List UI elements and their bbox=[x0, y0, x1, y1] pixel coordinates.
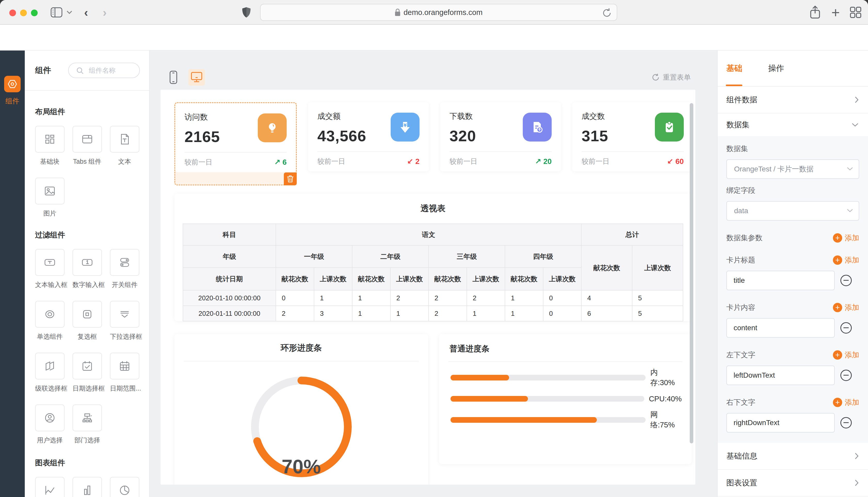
share-icon[interactable] bbox=[810, 0, 821, 25]
stat-card-deals[interactable]: 成交数 315 较前一日 ↙ 60 bbox=[572, 102, 693, 171]
component-item-date-picker[interactable]: 日期选择框 bbox=[72, 353, 102, 393]
mobile-icon bbox=[169, 71, 177, 84]
user-select-icon bbox=[44, 412, 56, 424]
address-bar[interactable]: demo.orangeforms.com bbox=[260, 4, 617, 21]
component-item-text[interactable]: 文本 bbox=[110, 126, 139, 166]
add-param-button[interactable]: + 添加 bbox=[833, 233, 859, 243]
bind-field-select[interactable]: data bbox=[726, 201, 859, 221]
tab-actions[interactable]: 操作 bbox=[768, 51, 784, 86]
component-item-text-input[interactable]: 文本输入框 bbox=[35, 249, 65, 289]
component-item-line-chart[interactable] bbox=[35, 477, 65, 497]
stat-card-deal-amount[interactable]: 成交额 ¥ 43,566 较前一日 ↙ 2 bbox=[308, 102, 429, 171]
sidebar-chevron-icon[interactable] bbox=[67, 0, 72, 25]
component-item-pie-chart[interactable] bbox=[110, 477, 139, 497]
pivot-table-widget[interactable]: 透视表 科目 语文 总计 年级 一年级 二年级 bbox=[175, 194, 691, 321]
bar-progress-widget[interactable]: 普通进度条 内存:30% CPU:40% 网络:75% bbox=[439, 334, 691, 464]
url-text: demo.orangeforms.com bbox=[403, 8, 483, 17]
yen-down-icon: ¥ bbox=[391, 113, 419, 142]
components-panel-title: 组件 bbox=[35, 65, 51, 76]
window-controls[interactable] bbox=[9, 10, 38, 16]
reload-icon[interactable] bbox=[602, 8, 611, 18]
trend-down-badge: ↙ 2 bbox=[407, 157, 419, 166]
delete-widget-button[interactable] bbox=[284, 172, 297, 185]
zoom-window-button[interactable] bbox=[31, 10, 38, 16]
dataset-settings-section: 数据集 OrangeTest / 卡片一数据 绑定字段 data 数据集参数 +… bbox=[718, 136, 868, 443]
pie-chart-icon bbox=[119, 484, 130, 496]
desktop-preview-button[interactable] bbox=[188, 69, 205, 86]
progress-row-network: 网络:75% bbox=[451, 409, 682, 430]
table-row: 2020-01-11 00:00:00 2 3 1 1 2 1 1 0 6 5 bbox=[183, 306, 683, 321]
sidebar-toggle-icon[interactable] bbox=[51, 0, 63, 25]
remove-card-content-button[interactable] bbox=[840, 322, 852, 333]
chevron-down-icon bbox=[847, 167, 853, 171]
plus-icon: + bbox=[833, 233, 842, 243]
component-item-tabs[interactable]: Tabs 组件 bbox=[72, 126, 102, 166]
left-rail: 组件 bbox=[0, 51, 25, 497]
back-button[interactable]: ‹ bbox=[84, 0, 88, 25]
reset-form-button[interactable]: 重置表单 bbox=[651, 73, 691, 82]
form-canvas-area: 重置表单 访问数 2165 较前一日 ↗ 6 bbox=[150, 51, 717, 497]
privacy-shield-icon[interactable] bbox=[242, 0, 251, 25]
component-search[interactable] bbox=[68, 63, 140, 78]
switch-icon bbox=[119, 256, 130, 268]
stat-card-visits[interactable]: 访问数 2165 较前一日 ↗ 6 bbox=[175, 103, 296, 172]
component-data-row[interactable]: 组件数据 bbox=[718, 87, 868, 113]
component-item-radio[interactable]: 单选组件 bbox=[35, 301, 65, 341]
component-item-image[interactable]: 图片 bbox=[35, 178, 65, 217]
reset-icon bbox=[651, 73, 660, 82]
date-range-icon bbox=[119, 360, 130, 372]
component-item-number-input[interactable]: 数字输入框 bbox=[72, 249, 102, 289]
bind-field-label: 绑定字段 bbox=[726, 186, 859, 195]
add-card-title-button[interactable]: + 添加 bbox=[833, 255, 859, 265]
pivot-table: 科目 语文 总计 年级 一年级 二年级 三年级 四年级 献花次数 上课次数 bbox=[183, 224, 683, 322]
left-down-text-input[interactable] bbox=[726, 366, 835, 385]
tab-basic[interactable]: 基础 bbox=[726, 51, 742, 86]
component-item-basic-block[interactable]: 基础块 bbox=[35, 126, 65, 166]
close-window-button[interactable] bbox=[9, 10, 16, 16]
component-item-date-range[interactable]: 日期范围... bbox=[110, 353, 139, 393]
tab-overview-icon[interactable] bbox=[850, 0, 861, 25]
new-tab-icon[interactable]: + bbox=[831, 0, 840, 25]
basic-info-row[interactable]: 基础信息 bbox=[718, 443, 868, 470]
component-item-checkbox[interactable]: 复选框 bbox=[72, 301, 102, 341]
add-left-down-text-button[interactable]: + 添加 bbox=[833, 350, 859, 360]
component-item-switch[interactable]: 开关组件 bbox=[110, 249, 139, 289]
dataset-section-row[interactable]: 数据集 bbox=[718, 113, 868, 136]
rail-components-label[interactable]: 组件 bbox=[0, 96, 25, 106]
canvas-scrollbar[interactable] bbox=[690, 103, 693, 443]
number-input-icon bbox=[81, 256, 93, 268]
add-card-content-button[interactable]: + 添加 bbox=[833, 303, 859, 312]
chart-settings-row[interactable]: 图表设置 bbox=[718, 470, 868, 496]
remove-left-down-text-button[interactable] bbox=[840, 370, 852, 381]
progress-row-memory: 内存:30% bbox=[451, 367, 682, 388]
component-search-input[interactable] bbox=[69, 63, 139, 77]
component-item-user-select[interactable]: 用户选择 bbox=[35, 404, 65, 444]
trend-up-badge: ↗ 20 bbox=[535, 157, 552, 166]
date-picker-icon bbox=[81, 360, 93, 372]
minimize-window-button[interactable] bbox=[20, 10, 27, 16]
rail-components-button[interactable] bbox=[4, 76, 20, 92]
stat-card-downloads[interactable]: 下载数 320 较前一日 ↗ 20 bbox=[440, 102, 561, 171]
dataset-select[interactable]: OrangeTest / 卡片一数据 bbox=[726, 159, 859, 179]
chevron-down-icon bbox=[847, 209, 853, 212]
mobile-preview-button[interactable] bbox=[165, 69, 182, 86]
text-doc-icon bbox=[119, 133, 130, 145]
chevron-down-icon bbox=[852, 123, 859, 127]
component-item-select[interactable]: 下拉选择框 bbox=[110, 301, 139, 341]
remove-card-title-button[interactable] bbox=[840, 275, 852, 286]
right-down-text-input[interactable] bbox=[726, 413, 835, 432]
form-canvas-sheet[interactable]: 访问数 2165 较前一日 ↗ 6 bbox=[161, 90, 695, 485]
component-item-cascade[interactable]: 级联选择框 bbox=[35, 353, 65, 393]
add-right-down-text-button[interactable]: + 添加 bbox=[833, 397, 859, 407]
component-item-bar-chart[interactable] bbox=[72, 477, 102, 497]
component-item-dept-select[interactable]: 部门选择 bbox=[72, 404, 102, 444]
ring-progress-widget[interactable]: 环形进度条 70% bbox=[175, 334, 428, 485]
forward-button[interactable]: › bbox=[103, 0, 107, 25]
text-input-icon bbox=[44, 256, 56, 268]
card-content-input[interactable] bbox=[726, 318, 835, 338]
left-down-text-field-row: 左下文字 + 添加 bbox=[726, 350, 859, 360]
trend-up-badge: ↗ 6 bbox=[274, 158, 287, 167]
remove-right-down-text-button[interactable] bbox=[840, 417, 852, 428]
card-title-input[interactable] bbox=[726, 271, 835, 290]
selected-widget-frame[interactable]: 访问数 2165 较前一日 ↗ 6 bbox=[175, 102, 297, 185]
